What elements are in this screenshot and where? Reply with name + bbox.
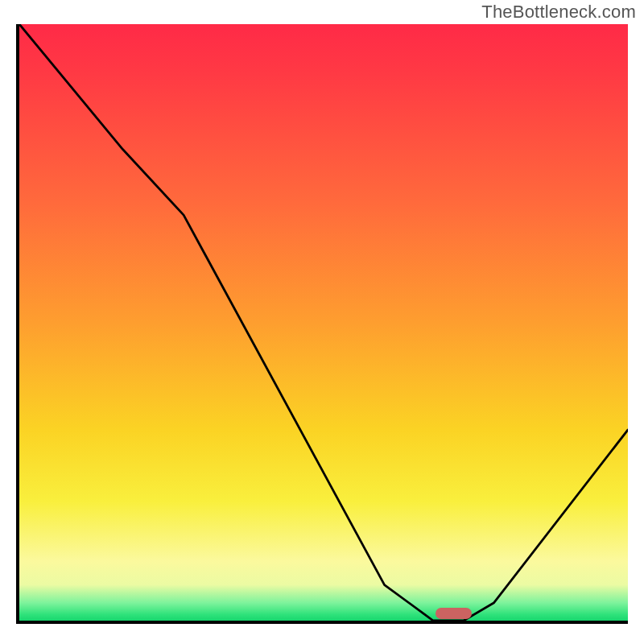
optimal-marker xyxy=(436,608,473,619)
chart-container: TheBottleneck.com xyxy=(0,0,644,644)
plot-area xyxy=(16,24,628,624)
bottleneck-curve xyxy=(19,24,628,621)
watermark-text: TheBottleneck.com xyxy=(481,2,636,23)
